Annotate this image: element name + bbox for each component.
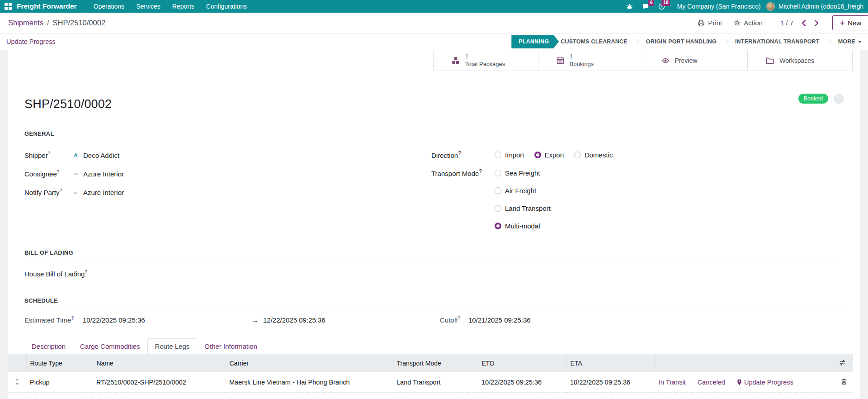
radio-export[interactable]: Export (534, 151, 564, 159)
radio-land-transport[interactable]: Land Transport (495, 204, 551, 212)
activities-clock-icon[interactable]: 18 (654, 3, 670, 10)
caret-down-icon (858, 41, 862, 43)
help-marker: ? (48, 151, 51, 156)
new-button[interactable]: + New (832, 15, 868, 30)
field-transport-mode: Transport Mode? Sea Freight (431, 168, 844, 177)
menu-services[interactable]: Services (130, 3, 166, 10)
section-bill-of-lading: BILL OF LADING (24, 249, 844, 260)
debug-bug-icon[interactable] (622, 3, 637, 10)
radio-dot (495, 152, 501, 158)
preview-button[interactable]: Preview (643, 50, 748, 71)
update-progress-button[interactable]: Update Progress (6, 38, 56, 45)
top-navbar: Freight Forwarder Operations Services Re… (0, 0, 868, 13)
sliders-icon (839, 359, 846, 366)
column-carrier[interactable]: Carrier (226, 354, 393, 372)
print-label: Print (708, 19, 722, 27)
bookings-label: Bookings (570, 61, 594, 68)
cell-eta[interactable]: 10/22/2025 09:25:36 (566, 372, 655, 393)
notify-party-label: Notify Party? (24, 188, 72, 196)
tab-route-legs[interactable]: Route Legs (147, 338, 198, 354)
optional-columns-button[interactable] (835, 354, 853, 372)
action-button[interactable]: Action (728, 19, 769, 27)
column-name[interactable]: Name (93, 354, 226, 372)
row-action-buttons: In Transit Canceled Update Progress (659, 379, 831, 386)
help-marker: ? (458, 316, 461, 321)
menu-operations[interactable]: Operations (88, 3, 130, 10)
radio-multi-modal[interactable]: Multi-modal (495, 222, 540, 230)
column-eta[interactable]: ETA (566, 354, 655, 372)
column-route-type[interactable]: Route Type (26, 354, 93, 372)
user-avatar[interactable] (766, 2, 775, 11)
stage-more-dropdown[interactable]: MORE (838, 38, 862, 45)
more-label: MORE (838, 38, 855, 45)
tab-other-information[interactable]: Other Information (197, 339, 264, 354)
arrow-right-icon: → (252, 316, 263, 324)
help-marker: ? (60, 188, 62, 193)
partner-logo-icon: A (72, 152, 80, 159)
apps-grid-icon[interactable] (5, 3, 12, 10)
section-general: GENERAL (24, 130, 844, 141)
stage-separator-icon (826, 39, 832, 45)
cell-carrier[interactable]: Maersk Line Vietnam - Hai Phong Branch (226, 372, 393, 393)
notify-party-value[interactable]: az Azure Interior (72, 189, 124, 196)
workspaces-button[interactable]: Workspaces (747, 50, 852, 71)
trash-icon[interactable] (841, 378, 847, 385)
field-transport-mode-option: Land Transport (431, 204, 844, 213)
consignee-value[interactable]: az Azure Interior (72, 170, 124, 178)
estimated-end-value[interactable]: 12/22/2025 09:25:36 (263, 316, 440, 324)
drag-handle[interactable] (8, 372, 26, 393)
radio-sea-freight[interactable]: Sea Freight (495, 169, 540, 177)
tab-cargo-commodities[interactable]: Cargo Commodities (73, 339, 147, 354)
radio-domestic[interactable]: Domestic (574, 151, 613, 159)
handle-column-header (8, 354, 26, 372)
shipper-value[interactable]: A Deco Addict (72, 152, 119, 159)
canceled-button[interactable]: Canceled (698, 379, 725, 386)
stage-planning[interactable]: PLANNING (511, 35, 559, 48)
tab-description[interactable]: Description (24, 339, 73, 354)
stage-separator-icon (634, 39, 640, 45)
activities-badge: 18 (661, 0, 670, 6)
stage-origin-port-handling[interactable]: ORIGIN PORT HANDLING (646, 38, 717, 45)
column-etd[interactable]: ETD (478, 354, 566, 372)
estimated-start-value[interactable]: 10/22/2025 09:25:36 (83, 316, 252, 324)
estimated-time-label: Estimated Time? (24, 316, 83, 324)
menu-reports[interactable]: Reports (166, 3, 200, 10)
messages-icon[interactable]: 6 (637, 3, 654, 10)
transport-mode-label: Transport Mode? (431, 168, 495, 177)
help-marker: ? (458, 150, 461, 157)
table-row[interactable]: Pickup RT/2510/0002-SHP/2510/0002 Maersk… (8, 372, 853, 393)
smart-button-box: 1 Total Packages 1 Bookings (433, 50, 853, 71)
pager-next-icon[interactable] (810, 19, 823, 27)
direction-label: Direction? (431, 150, 495, 159)
print-button[interactable]: Print (692, 19, 728, 27)
user-menu[interactable]: Mitchell Admin (odoo16_freigh (775, 3, 865, 10)
cell-etd[interactable]: 10/22/2025 09:25:36 (478, 372, 566, 393)
field-estimated-time: Estimated Time? 10/22/2025 09:25:36 → 12… (24, 316, 844, 324)
column-actions (655, 354, 835, 372)
consignee-label: Consignee? (24, 170, 72, 178)
stage-international-transport[interactable]: INTERNATIONAL TRANSPORT (735, 38, 820, 45)
cell-name[interactable]: RT/2510/0002-SHP/2510/0002 (93, 372, 226, 393)
stage-customs-clearance[interactable]: CUSTOMS CLEARANCE (561, 38, 627, 45)
app-name[interactable]: Freight Forwarder (17, 2, 77, 10)
total-packages-button[interactable]: 1 Total Packages (434, 50, 538, 71)
folder-icon (766, 57, 774, 64)
total-packages-label: Total Packages (465, 61, 505, 68)
row-update-progress-button[interactable]: Update Progress (737, 379, 793, 386)
cell-transport-mode[interactable]: Land Transport (393, 372, 478, 393)
field-transport-mode-option: Multi-modal (431, 221, 844, 230)
pager-previous-icon[interactable] (797, 19, 810, 27)
company-switcher[interactable]: My Company (San Francisco) (670, 3, 766, 10)
bookings-button[interactable]: 1 Bookings (538, 50, 643, 71)
radio-air-freight[interactable]: Air Freight (495, 187, 536, 195)
column-transport-mode[interactable]: Transport Mode (393, 354, 478, 372)
activity-status-circle[interactable] (834, 94, 844, 104)
radio-import[interactable]: Import (495, 151, 524, 159)
action-label: Action (744, 19, 763, 27)
cell-route-type[interactable]: Pickup (26, 372, 93, 393)
breadcrumb-shipments[interactable]: Shipments (8, 19, 43, 27)
cutoff-value[interactable]: 10/21/2025 09:25:36 (468, 316, 531, 324)
menu-configurations[interactable]: Configurations (200, 3, 253, 10)
cubes-icon (452, 57, 460, 65)
in-transit-button[interactable]: In Transit (659, 379, 686, 386)
